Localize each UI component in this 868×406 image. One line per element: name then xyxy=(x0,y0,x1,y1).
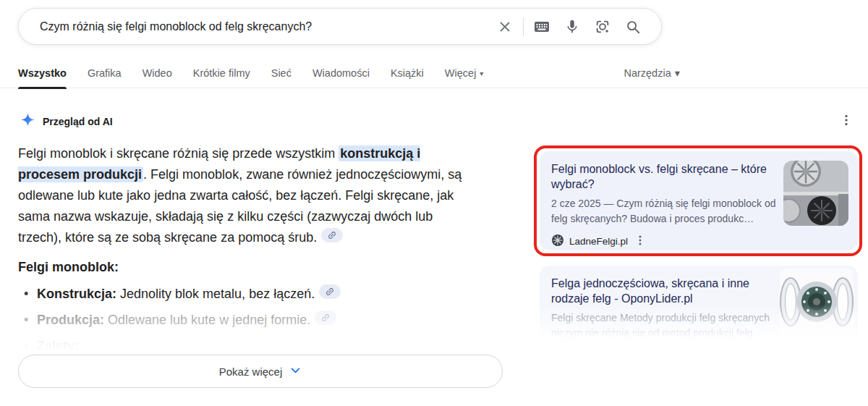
ai-sparkle-icon xyxy=(20,112,35,130)
results-tab-bar: Wszystko Grafika Wideo Krótkie filmy Sie… xyxy=(0,58,868,88)
result-source-name[interactable]: LadneFelgi.pl xyxy=(569,236,628,247)
ai-overview-bullet-list: Konstrukcja: Jednolity blok metalu, bez … xyxy=(18,284,503,357)
result-title[interactable]: Felgi monoblock vs. felgi skręcane – któ… xyxy=(551,161,772,192)
show-more-label: Pokaż więcej xyxy=(219,365,283,378)
tab-more[interactable]: Więcej▾ xyxy=(445,58,484,88)
link-icon xyxy=(325,287,335,297)
result-thumbnail-wheels[interactable] xyxy=(783,161,848,226)
ai-overview-header: Przegląd od AI xyxy=(20,112,113,130)
ai-overview-menu-button[interactable] xyxy=(838,111,855,132)
bullet-item: Konstrukcja: Jednolity blok metalu, bez … xyxy=(18,284,503,305)
ai-overview-label: Przegląd od AI xyxy=(43,116,113,127)
tab-krotkie-filmy[interactable]: Krótkie filmy xyxy=(193,58,250,88)
bullet-term: Konstrukcja: xyxy=(37,287,116,301)
result-thumbnail-wheel-parts[interactable] xyxy=(780,268,854,335)
keyboard-button[interactable] xyxy=(527,12,557,42)
bullet-desc: Jednolity blok metalu, bez łączeń. xyxy=(116,287,315,301)
result-menu-button[interactable] xyxy=(633,233,647,250)
three-dot-menu-icon xyxy=(636,237,644,248)
tab-label: Wideo xyxy=(142,67,172,79)
voice-search-button[interactable] xyxy=(557,12,587,42)
result-snippet: Felgi skręcane Metody produkcji felg skr… xyxy=(551,310,777,341)
ai-overview-subheading: Felgi monoblok: xyxy=(18,260,503,275)
search-icon xyxy=(625,19,641,35)
search-bar[interactable]: Czym różnią się felgi monoblock od felg … xyxy=(18,8,662,45)
tab-wiadomosci[interactable]: Wiadomości xyxy=(312,58,370,88)
chevron-down-icon xyxy=(289,364,302,378)
link-icon xyxy=(327,230,337,240)
tab-ksiazki[interactable]: Książki xyxy=(391,58,424,88)
bullet-term: Produkcja: xyxy=(37,313,104,327)
favicon xyxy=(551,234,564,250)
tools-button[interactable]: Narzędzia▾ xyxy=(624,58,680,88)
ai-overview-paragraph: Felgi monoblok i skręcane różnią się prz… xyxy=(18,143,468,248)
tab-label: Grafika xyxy=(88,67,122,79)
source-card-ladnefelgi[interactable]: Felgi monoblock vs. felgi skręcane – któ… xyxy=(540,151,858,250)
tab-label: Wszystko xyxy=(18,67,67,79)
tab-label: Książki xyxy=(391,67,424,79)
tab-grafika[interactable]: Grafika xyxy=(88,58,122,88)
tools-label: Narzędzia xyxy=(624,67,671,79)
tab-label: Więcej xyxy=(445,67,477,79)
keyboard-icon xyxy=(533,18,550,35)
microphone-icon xyxy=(564,19,580,35)
chevron-down-icon: ▾ xyxy=(675,67,680,79)
tab-siec[interactable]: Sieć xyxy=(271,58,292,88)
ai-overview-sources-panel: Felgi monoblock vs. felgi skręcane – któ… xyxy=(540,151,858,342)
search-submit-button[interactable] xyxy=(618,12,648,42)
three-dot-menu-icon xyxy=(841,118,852,129)
result-title[interactable]: Felga jednoczęściowa, skręcana i inne ro… xyxy=(551,276,772,306)
result-snippet: 2 cze 2025 — Czym różnią się felgi monob… xyxy=(551,196,777,227)
tab-label: Sieć xyxy=(271,67,292,79)
paragraph-text: Felgi monoblok i skręcane różnią się prz… xyxy=(18,146,339,161)
source-card-oponylider[interactable]: Felga jednoczęściowa, skręcana i inne ro… xyxy=(540,266,858,342)
google-lens-icon xyxy=(595,19,610,35)
bullet-term: Zalety: xyxy=(37,339,79,353)
search-input[interactable]: Czym różnią się felgi monoblock od felg … xyxy=(40,20,490,33)
tab-label: Krótkie filmy xyxy=(193,67,250,79)
google-search-results-page: Czym różnią się felgi monoblock od felg … xyxy=(0,0,868,406)
tab-label: Wiadomości xyxy=(312,67,370,79)
citation-link-button[interactable] xyxy=(315,310,336,325)
clear-search-button[interactable] xyxy=(490,12,520,42)
lens-search-button[interactable] xyxy=(587,12,618,42)
bullet-item: Produkcja: Odlewane lub kute w jednej fo… xyxy=(18,310,503,331)
close-icon xyxy=(497,19,513,35)
show-more-button[interactable]: Pokaż więcej xyxy=(18,355,503,388)
chevron-down-icon: ▾ xyxy=(480,69,483,77)
ai-overview-body: Felgi monoblok i skręcane różnią się prz… xyxy=(18,134,503,362)
link-icon xyxy=(320,313,331,323)
bullet-desc: Odlewane lub kute w jednej formie. xyxy=(104,313,310,327)
citation-link-button[interactable] xyxy=(319,284,341,299)
search-bar-divider xyxy=(523,17,524,36)
tab-wideo[interactable]: Wideo xyxy=(142,58,172,88)
citation-link-button[interactable] xyxy=(321,228,343,242)
tab-wszystko[interactable]: Wszystko xyxy=(18,58,67,88)
bullet-item: Zalety: xyxy=(18,336,503,357)
